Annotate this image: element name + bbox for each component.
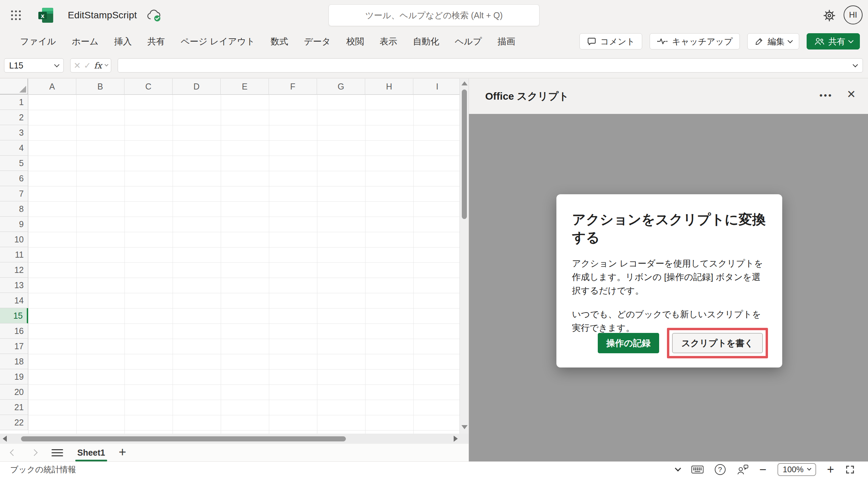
- column-header-I[interactable]: I: [413, 79, 459, 95]
- keyboard-shortcuts-icon[interactable]: [691, 464, 704, 475]
- status-bar: ブックの統計情報 ?: [0, 461, 868, 477]
- confirm-entry-button[interactable]: ✓: [84, 61, 91, 71]
- row-header-19[interactable]: 19: [0, 369, 28, 384]
- account-avatar[interactable]: HI: [844, 5, 863, 24]
- chevron-down-icon: [788, 38, 793, 43]
- formula-input[interactable]: [118, 58, 863, 73]
- all-sheets-menu-button[interactable]: [52, 449, 63, 456]
- scroll-down-arrow[interactable]: [461, 425, 468, 429]
- expand-formula-bar-chevron[interactable]: [853, 62, 858, 67]
- scroll-up-arrow[interactable]: [461, 81, 468, 85]
- row-header-10[interactable]: 10: [0, 232, 28, 247]
- catch-up-button[interactable]: キャッチアップ: [650, 33, 740, 49]
- horizontal-scrollbar-thumb[interactable]: [21, 436, 346, 441]
- row-header-3[interactable]: 3: [0, 125, 28, 140]
- status-bar-controls: ? − 100% +: [676, 463, 868, 476]
- ribbon-tab-9[interactable]: 表示: [372, 31, 405, 53]
- row-header-15[interactable]: 15: [0, 308, 28, 323]
- dialog-title: アクションをスクリプトに変換する: [572, 211, 767, 246]
- pane-header: Office スクリプト ••• ✕: [469, 79, 868, 114]
- select-all-corner[interactable]: [0, 79, 28, 95]
- cloud-saved-icon[interactable]: [146, 8, 162, 22]
- row-header-7[interactable]: 7: [0, 186, 28, 201]
- ribbon-tab-4[interactable]: 共有: [140, 31, 173, 53]
- main-area: ABCDEFGHI 123456789101112131415161718192…: [0, 79, 868, 477]
- sheet-tab-sheet1[interactable]: Sheet1: [75, 444, 107, 461]
- feedback-icon[interactable]: [736, 464, 749, 475]
- annotation-highlight-box: スクリプトを書く: [667, 328, 768, 358]
- zoom-in-button[interactable]: +: [827, 463, 834, 476]
- previous-sheet-button[interactable]: [10, 449, 17, 456]
- name-box-value: L15: [9, 61, 23, 71]
- column-header-B[interactable]: B: [76, 79, 124, 95]
- row-header-9[interactable]: 9: [0, 217, 28, 232]
- row-header-22[interactable]: 22: [0, 415, 28, 430]
- ribbon-tab-11[interactable]: ヘルプ: [447, 31, 490, 53]
- more-options-icon[interactable]: •••: [820, 90, 833, 101]
- grid-cells[interactable]: [28, 95, 459, 434]
- column-header-H[interactable]: H: [365, 79, 413, 95]
- ribbon-tab-2[interactable]: ホーム: [64, 31, 106, 53]
- ribbon-tab-10[interactable]: 自動化: [405, 31, 447, 53]
- column-header-D[interactable]: D: [173, 79, 221, 95]
- row-header-11[interactable]: 11: [0, 247, 28, 262]
- settings-button[interactable]: [822, 8, 837, 23]
- row-header-5[interactable]: 5: [0, 156, 28, 171]
- ribbon-tab-6[interactable]: 数式: [263, 31, 296, 53]
- column-header-A[interactable]: A: [28, 79, 76, 95]
- editing-mode-button[interactable]: 編集: [747, 33, 799, 49]
- select-all-triangle-icon: [19, 86, 26, 93]
- ribbon-tab-5[interactable]: ページ レイアウト: [173, 31, 263, 53]
- write-script-button[interactable]: スクリプトを書く: [672, 333, 763, 353]
- vertical-scrollbar-thumb[interactable]: [462, 90, 467, 219]
- ribbon-tab-7[interactable]: データ: [296, 31, 338, 53]
- column-header-C[interactable]: C: [124, 79, 173, 95]
- app-launcher-button[interactable]: [5, 5, 26, 26]
- ribbon-tab-1[interactable]: ファイル: [12, 31, 64, 53]
- chevron-down-icon[interactable]: [104, 63, 108, 66]
- column-header-G[interactable]: G: [317, 79, 365, 95]
- row-header-16[interactable]: 16: [0, 323, 28, 339]
- row-header-4[interactable]: 4: [0, 140, 28, 156]
- sheet-tab-bar: Sheet1 +: [0, 444, 469, 461]
- row-header-18[interactable]: 18: [0, 354, 28, 369]
- share-button[interactable]: 共有: [807, 33, 860, 49]
- row-header-1[interactable]: 1: [0, 95, 28, 110]
- fullscreen-icon[interactable]: [845, 464, 855, 475]
- row-header-20[interactable]: 20: [0, 384, 28, 400]
- cancel-entry-button[interactable]: ✕: [74, 61, 81, 71]
- row-header-8[interactable]: 8: [0, 201, 28, 217]
- ribbon-tab-12[interactable]: 描画: [490, 31, 523, 53]
- row-header-2[interactable]: 2: [0, 110, 28, 125]
- scroll-right-arrow[interactable]: [454, 436, 458, 442]
- comments-button[interactable]: コメント: [579, 33, 642, 49]
- name-box[interactable]: L15: [4, 58, 64, 73]
- zoom-level-dropdown[interactable]: 100%: [777, 463, 816, 476]
- help-icon[interactable]: ?: [715, 464, 726, 475]
- scroll-left-arrow[interactable]: [3, 436, 7, 442]
- close-pane-icon[interactable]: ✕: [847, 89, 856, 100]
- status-expand-chevron-icon[interactable]: [676, 468, 680, 471]
- row-header-21[interactable]: 21: [0, 400, 28, 415]
- column-header-F[interactable]: F: [269, 79, 317, 95]
- workbook-statistics-button[interactable]: ブックの統計情報: [10, 464, 76, 475]
- search-input[interactable]: ツール、ヘルプなどの検索 (Alt + Q): [329, 4, 539, 26]
- ribbon-tab-3[interactable]: 挿入: [106, 31, 140, 53]
- row-header-14[interactable]: 14: [0, 293, 28, 308]
- row-header-12[interactable]: 12: [0, 262, 28, 278]
- add-sheet-button[interactable]: +: [119, 445, 126, 460]
- document-title[interactable]: EditStampScript: [68, 10, 137, 21]
- next-sheet-button[interactable]: [31, 449, 38, 456]
- row-header-6[interactable]: 6: [0, 171, 28, 186]
- dialog-body-1: アクション レコーダーを使用してスクリプトを作成します。リボンの [操作の記録]…: [572, 257, 767, 297]
- excel-logo-icon[interactable]: x: [37, 7, 54, 24]
- zoom-out-button[interactable]: −: [760, 463, 767, 476]
- insert-function-button[interactable]: fx: [94, 61, 102, 71]
- row-header-13[interactable]: 13: [0, 278, 28, 293]
- sheet-tab-label: Sheet1: [77, 448, 105, 458]
- column-header-E[interactable]: E: [221, 79, 269, 95]
- row-header-17[interactable]: 17: [0, 339, 28, 354]
- ribbon-tab-8[interactable]: 校閲: [338, 31, 372, 53]
- record-actions-button[interactable]: 操作の記録: [598, 333, 659, 353]
- zoom-level-value: 100%: [783, 465, 804, 474]
